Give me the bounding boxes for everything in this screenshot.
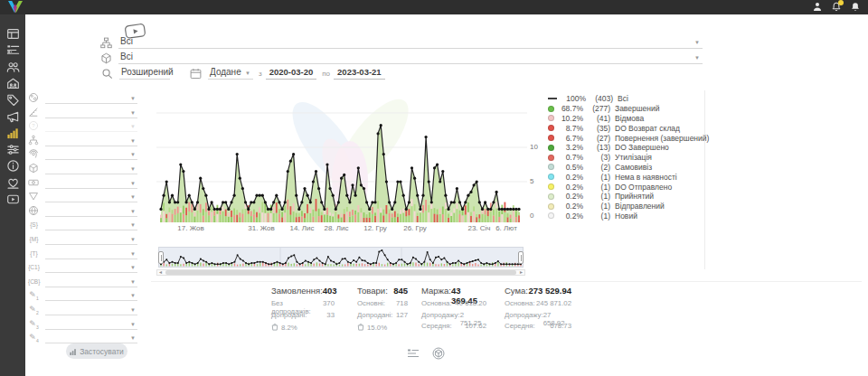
filter-select[interactable]: ▼ (45, 177, 137, 189)
chevron-down-icon[interactable]: ▼ (130, 209, 136, 214)
user-icon[interactable] (812, 1, 823, 13)
dashboard-icon[interactable] (6, 27, 20, 41)
chevron-down-icon[interactable]: ▼ (130, 96, 136, 101)
stat-sub-label: Основні: (357, 299, 385, 311)
statuses-filter-input[interactable]: Всі ▼ (118, 36, 703, 49)
alerts-bell-icon[interactable] (850, 1, 861, 13)
chevron-down-icon[interactable]: ▼ (130, 335, 136, 341)
legend-item[interactable]: 3.2%(13)DO Завершено (548, 143, 707, 153)
search-icon[interactable] (101, 68, 113, 80)
marketing-megaphone-icon[interactable] (6, 110, 20, 124)
filter-select[interactable]: ▼ (45, 205, 137, 217)
chevron-down-icon[interactable]: ▼ (694, 40, 700, 45)
filter-select[interactable]: ▼ (45, 276, 137, 287)
chevron-down-icon[interactable]: ▼ (130, 152, 136, 157)
notifications-bell-icon[interactable] (831, 1, 842, 13)
legend-item[interactable]: 0.5%(2)Самовивіз (548, 163, 707, 173)
filter-select[interactable]: ▼ (45, 233, 137, 245)
filter-select[interactable]: ▼ (45, 289, 137, 301)
orders-icon[interactable] (6, 43, 20, 57)
chevron-down-icon[interactable]: ▼ (130, 166, 136, 172)
main-chart[interactable]: 17. Жов31. Жов14. Лис28. Лис12. Гру26. Г… (156, 90, 529, 235)
filter-select[interactable]: ▼ (45, 148, 137, 160)
clients-icon[interactable] (6, 61, 20, 74)
funnel-icon (28, 191, 40, 202)
app-logo[interactable] (6, 0, 24, 14)
chevron-down-icon[interactable]: ▼ (130, 237, 136, 242)
tutorials-video-icon[interactable] (6, 193, 20, 206)
orders-list-toggle-icon[interactable] (407, 347, 420, 360)
filter-select[interactable]: ▼ (45, 318, 137, 330)
offers-tag-icon[interactable] (6, 93, 20, 107)
legend-swatch (548, 183, 554, 190)
date-field-select[interactable]: Додане ▼ (208, 67, 253, 80)
chevron-down-icon[interactable]: ▼ (130, 307, 136, 313)
chevron-down-icon[interactable]: ▼ (130, 222, 136, 228)
partners-heart-icon[interactable] (6, 176, 20, 190)
search-mode-select[interactable]: Розширений ▼ (119, 67, 170, 80)
chevron-down-icon[interactable]: ▼ (130, 138, 136, 144)
chevron-down-icon[interactable]: ▼ (130, 251, 136, 257)
legend-item[interactable]: 0.2%(1)Відправлений (548, 202, 707, 212)
scrollbar-thumb[interactable] (165, 270, 516, 275)
legend-item[interactable]: 10.2%(41)Відмова (548, 114, 707, 124)
brush-handle-left[interactable] (158, 251, 164, 264)
products-filter-input[interactable]: Всі ▼ (118, 52, 703, 64)
stat-title-value: 43 369.45 (451, 286, 486, 299)
products-cube-toggle-icon[interactable] (432, 347, 445, 360)
filter-select[interactable]: ▼ (45, 261, 137, 273)
brush-handle-right[interactable] (518, 251, 524, 264)
filter-select[interactable]: ▼ (45, 120, 137, 132)
scroll-left-icon[interactable]: ◂ (159, 269, 162, 276)
chevron-down-icon[interactable]: ▼ (162, 70, 167, 76)
filter-select[interactable]: ▼ (45, 163, 137, 174)
chevron-down-icon[interactable]: ▼ (130, 181, 136, 186)
filter-select[interactable]: ▼ (45, 304, 137, 315)
legend-label: Відмова (615, 114, 644, 123)
filter-select[interactable]: ▼ (45, 107, 137, 118)
search-filter-row: Розширений ▼ Додане ▼ з 2020-03-20 по 20… (101, 67, 385, 80)
date-to-input[interactable]: 2023-03-21 (334, 67, 385, 80)
chevron-down-icon[interactable]: ▼ (130, 110, 136, 116)
chevron-down-icon[interactable]: ▼ (130, 194, 136, 200)
money-icon (28, 177, 40, 189)
legend-item[interactable]: 0.2%(1)Прийнятий (548, 192, 707, 202)
legend-item[interactable]: 0.2%(1)Нема в наявності (548, 172, 707, 182)
chevron-down-icon[interactable]: ▼ (130, 293, 136, 298)
date-from-input[interactable]: 2020-03-20 (266, 67, 317, 80)
legend-item[interactable]: 0.7%(3)Утилізація (548, 153, 707, 163)
filter-select[interactable]: ▼ (45, 248, 137, 259)
pencil-3-icon: ✎3 (28, 318, 40, 330)
filter-select[interactable]: ▼ (45, 191, 137, 202)
chevron-down-icon[interactable]: ▼ (130, 265, 136, 270)
chart-scrollbar[interactable]: ◂ ▸ (156, 269, 525, 276)
legend-count: (1) (583, 183, 610, 192)
brace-cb-icon: {CB} (28, 276, 40, 287)
chevron-down-icon[interactable]: ▼ (130, 279, 136, 285)
legend-item[interactable]: 68.7%(277)Завершений (548, 104, 707, 114)
legend-percent: 0.7% (554, 153, 583, 162)
apply-button[interactable]: Застосувати (66, 343, 127, 359)
filter-select[interactable]: ▼ (45, 135, 137, 146)
settings-sliders-icon[interactable] (6, 143, 20, 156)
mini-chart-brush[interactable] (158, 247, 524, 268)
filter-select[interactable]: ▼ (45, 92, 137, 104)
chevron-down-icon[interactable]: ▼ (130, 322, 136, 327)
chevron-down-icon[interactable]: ▼ (130, 124, 136, 129)
warehouse-icon[interactable] (6, 77, 20, 90)
pencil-2-icon: ✎2 (28, 304, 40, 315)
legend-item[interactable]: 8.7%(35)DO Возврат склад (548, 123, 707, 133)
legend-item[interactable]: 0.2%(1)DO Отправлено (548, 182, 707, 192)
brace-t-icon: {T} (28, 248, 40, 259)
legend-item[interactable]: 6.7%(27)Повернення (завершений) (548, 133, 707, 143)
legend-item[interactable]: 0.2%(1)Новий (548, 212, 707, 221)
filter-select[interactable]: ▼ (45, 332, 137, 343)
analytics-chart-icon[interactable] (6, 127, 20, 140)
filter-select[interactable]: ▼ (45, 219, 137, 230)
chevron-down-icon[interactable]: ▼ (245, 70, 250, 76)
chevron-down-icon[interactable]: ▼ (694, 55, 700, 61)
legend-item[interactable]: 100%(403)Всі (548, 94, 707, 104)
info-icon[interactable] (6, 159, 20, 173)
scroll-right-icon[interactable]: ▸ (520, 269, 523, 276)
stat-sub-value: 107.62 (465, 322, 486, 334)
